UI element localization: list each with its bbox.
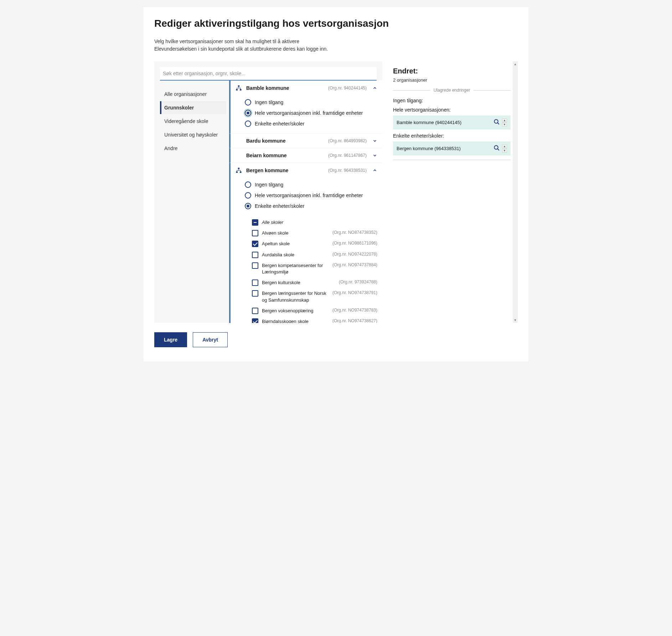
school-number: (Org.nr. NO974222078) (332, 252, 377, 257)
school-name: Bergen voksenopplæring (262, 308, 332, 314)
search-icon[interactable] (493, 145, 500, 152)
unsaved-divider: Ulagrede endringer (393, 88, 511, 93)
checkbox-icon (252, 262, 258, 269)
radio-label: Enkelte enheter/skoler (255, 203, 304, 209)
school-name: Alvøen skole (262, 230, 332, 236)
checkbox-icon (252, 230, 258, 236)
checkbox-icon (252, 290, 258, 297)
org-header[interactable]: Beiarn kommune(Org.nr. 961147867) (231, 148, 382, 163)
school-row[interactable]: Aurdalslia skole(Org.nr. NO974222078) (252, 250, 377, 260)
hierarchy-icon (236, 85, 242, 91)
search-icon[interactable] (493, 119, 500, 126)
radio-whole[interactable]: Hele vertsorganisasjonen inkl. framtidig… (245, 190, 382, 201)
school-number: (Org.nr. 973924788) (339, 279, 377, 284)
org-header[interactable]: Bergen kommune(Org.nr. 964338531) (231, 163, 382, 178)
scroll-down-icon[interactable]: ▼ (513, 317, 518, 323)
checkbox-icon (252, 318, 258, 323)
svg-rect-4 (236, 171, 238, 173)
intro-line-2: Elevundersøkelsen i sin kundeportal slik… (154, 45, 518, 53)
intro-text: Velg hvilke vertsorganisasjoner som skal… (154, 38, 518, 53)
hierarchy-icon (236, 167, 242, 174)
chevron-down-icon (372, 138, 377, 143)
radio-icon (245, 99, 251, 106)
org-number: (Org.nr. 864993982) (328, 138, 367, 143)
radio-label: Ingen tilgang (255, 182, 283, 188)
changes-some-label: Enkelte enheter/skoler: (393, 133, 511, 139)
svg-rect-3 (238, 168, 240, 169)
radio-icon (245, 203, 251, 209)
school-number: (Org.nr. NO974738627) (332, 318, 377, 323)
sidebar-item-4[interactable]: Andre (160, 142, 226, 155)
school-row[interactable]: Bergen voksenopplæring(Org.nr. NO9747387… (252, 306, 377, 316)
svg-point-8 (494, 145, 498, 149)
change-chip: Bamble kommune (940244145)▲▼ (393, 116, 511, 129)
stepper-up-icon[interactable]: ▲ (502, 144, 507, 148)
org-item: Bergen kommune(Org.nr. 964338531)Ingen t… (229, 163, 382, 323)
svg-line-7 (497, 123, 499, 124)
stepper-up-icon[interactable]: ▲ (502, 118, 507, 122)
changes-whole-label: Hele vertsorganisasjonen: (393, 107, 511, 113)
school-row[interactable]: Bergen læringssenter for Norsk og Samfun… (252, 288, 377, 305)
radio-some[interactable]: Enkelte enheter/skoler (245, 118, 382, 129)
save-button[interactable]: Lagre (154, 332, 187, 347)
org-name: Bamble kommune (246, 85, 328, 91)
search-input[interactable] (160, 67, 377, 81)
org-number: (Org.nr. 964338531) (328, 168, 367, 173)
radio-some[interactable]: Enkelte enheter/skoler (245, 201, 382, 211)
radio-whole[interactable]: Hele vertsorganisasjonen inkl. framtidig… (245, 108, 382, 118)
sidebar-item-2[interactable]: Videregående skole (160, 115, 226, 128)
org-header[interactable]: Bamble kommune(Org.nr. 940244145) (231, 81, 382, 96)
checkbox-icon (252, 252, 258, 258)
scroll-up-icon[interactable]: ▲ (513, 61, 518, 67)
school-number: (Org.nr. NO974738783) (332, 308, 377, 313)
school-name: Bergen kulturskole (262, 279, 339, 286)
svg-rect-2 (240, 89, 242, 91)
radio-none[interactable]: Ingen tilgang (245, 97, 382, 108)
svg-rect-0 (238, 86, 240, 87)
sidebar-item-0[interactable]: Alle organisasjoner (160, 88, 226, 101)
org-header[interactable]: Bardu kommune(Org.nr. 864993982) (231, 134, 382, 148)
school-name: Bjørndalsskogen skole (262, 318, 332, 323)
radio-icon (245, 120, 251, 127)
stepper-down-icon[interactable]: ▼ (502, 149, 507, 153)
svg-line-9 (497, 149, 499, 150)
school-row[interactable]: Apeltun skole(Org.nr. NO986171096) (252, 238, 377, 249)
radio-label: Hele vertsorganisasjonen inkl. framtidig… (255, 110, 363, 116)
checkbox-icon (252, 279, 258, 286)
org-item: Beiarn kommune(Org.nr. 961147867) (229, 148, 382, 163)
radio-label: Enkelte enheter/skoler (255, 121, 304, 127)
chevron-up-icon (372, 168, 377, 173)
sidebar-item-3[interactable]: Universitet og høyskoler (160, 128, 226, 141)
school-name: Bergen læringssenter for Norsk og Samfun… (262, 290, 332, 303)
org-name: Beiarn kommune (246, 153, 328, 158)
school-row[interactable]: Bjørndalsskogen skole(Org.nr. NO97473862… (252, 316, 377, 323)
school-name: Bergen kompetansesenter for Læringsmiljø (262, 262, 332, 275)
right-scrollbar[interactable]: ▲ ▼ (513, 61, 518, 323)
checkbox-indeterminate-icon (252, 219, 258, 226)
school-name: Aurdalslia skole (262, 252, 332, 258)
stepper-down-icon[interactable]: ▼ (502, 123, 507, 127)
school-number: (Org.nr. NO874738352) (332, 230, 377, 235)
changes-none-label: Ingen tilgang: (393, 98, 511, 103)
school-all-row[interactable]: Alle skoler (252, 217, 377, 228)
school-row[interactable]: Bergen kompetansesenter for Læringsmiljø… (252, 260, 377, 277)
chip-label: Bamble kommune (940244145) (397, 120, 493, 125)
radio-icon (245, 110, 251, 116)
cancel-button[interactable]: Avbryt (193, 332, 228, 347)
svg-rect-1 (236, 89, 238, 91)
changes-title: Endret: (393, 67, 511, 75)
svg-rect-5 (240, 171, 242, 173)
school-name: Apeltun skole (262, 241, 332, 247)
sidebar-item-1[interactable]: Grunnskoler (160, 101, 226, 114)
change-chip: Bergen kommune (964338531)▲▼ (393, 142, 511, 155)
org-number: (Org.nr. 961147867) (328, 153, 367, 158)
checkbox-icon (252, 241, 258, 247)
intro-line-1: Velg hvilke vertsorganisasjoner som skal… (154, 38, 518, 45)
page-title: Rediger aktiveringstilgang hos vertsorga… (154, 18, 518, 29)
svg-point-6 (494, 119, 498, 123)
school-row[interactable]: Alvøen skole(Org.nr. NO874738352) (252, 228, 377, 238)
radio-none[interactable]: Ingen tilgang (245, 179, 382, 190)
school-row[interactable]: Bergen kulturskole(Org.nr. 973924788) (252, 277, 377, 288)
all-schools-label: Alle skoler (262, 219, 377, 226)
radio-label: Ingen tilgang (255, 99, 283, 105)
